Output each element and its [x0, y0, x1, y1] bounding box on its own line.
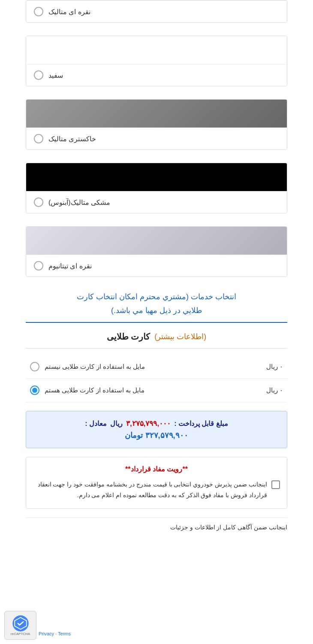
radio-no-gold[interactable] [30, 362, 39, 371]
terms-link[interactable]: Terms [58, 631, 71, 636]
payment-unit-rial: ریال [110, 419, 123, 428]
gold-option-no[interactable]: ۰ ریال مایل به استفاده از کارت طلایی نیس… [26, 355, 287, 379]
color-option-row: نقره ای متالیک [26, 0, 287, 22]
color-card-silver-titanium: نقره ای تیتانیوم [26, 226, 287, 277]
payment-summary: مبلغ قابل پرداخت : ۳,۲۷۵,۷۹۹,۰۰۰ ریال مع… [26, 411, 287, 448]
color-label-black-ebony: مشکی متالیک(آبنوس) [48, 198, 110, 207]
gold-card-header: (اطلاعات بیشتر) کارت طلایی [26, 331, 287, 349]
privacy-link[interactable]: Privacy [39, 631, 54, 636]
payment-toman-row: ۳۲۷,۵۷۹,۹۰۰ تومان [35, 431, 278, 440]
payment-amount-toman: ۳۲۷,۵۷۹,۹۰۰ [145, 431, 188, 440]
payment-unit-toman: تومان [125, 431, 143, 440]
contract-title: **رویت مفاد قرارداد** [33, 465, 280, 473]
color-option-row-white: سفید [26, 64, 287, 86]
color-option-row-silver-titanium: نقره ای تیتانیوم [26, 255, 287, 276]
gold-option-yes-price: ۰ ریال [266, 386, 283, 394]
payment-equiv-label: معادل : [85, 419, 107, 428]
gold-card-section: (اطلاعات بیشتر) کارت طلایی ۰ ریال مایل ب… [26, 331, 287, 402]
radio-silver-metallic[interactable] [34, 7, 43, 16]
services-title: انتخاب خدمات (مشتري محترم امکان انتخاب ک… [26, 290, 287, 318]
bottom-text: اینجانب ضمن آگاهی کامل از اطلاعات و جزئی… [26, 517, 287, 541]
gold-option-yes[interactable]: ۰ ریال مایل به استفاده از کارت طلایی هست… [26, 379, 287, 402]
contract-checkbox[interactable] [271, 480, 280, 489]
payment-row: مبلغ قابل پرداخت : ۳,۲۷۵,۷۹۹,۰۰۰ ریال مع… [35, 419, 278, 428]
gold-card-title: کارت طلایی [107, 331, 150, 342]
color-option-row-black-ebony: مشکی متالیک(آبنوس) [26, 191, 287, 213]
color-card-white: سفید [26, 36, 287, 86]
color-label-silver-titanium: نقره ای تیتانیوم [48, 262, 92, 270]
gold-option-no-price: ۰ ریال [266, 363, 283, 371]
radio-gray-metallic[interactable] [34, 134, 43, 143]
color-label-silver-metallic: نقره ای متالیک [48, 8, 90, 16]
gold-card-subtitle[interactable]: (اطلاعات بیشتر) [154, 332, 206, 341]
services-section: انتخاب خدمات (مشتري محترم امکان انتخاب ک… [26, 290, 287, 323]
color-option-row-gray-metallic: خاکستری متالیک [26, 128, 287, 149]
radio-white[interactable] [34, 70, 43, 80]
recaptcha-badge: reCAPTCHA [4, 611, 36, 640]
contract-text-row: اینجانب ضمن پذیرش خودروي انتخابی با قیمت… [33, 479, 280, 501]
contract-box: **رویت مفاد قرارداد** اینجانب ضمن پذیرش … [26, 457, 287, 509]
recaptcha-text: reCAPTCHA [11, 632, 30, 636]
privacy-terms-row: Privacy · Terms [39, 631, 71, 636]
contract-text: اینجانب ضمن پذیرش خودروي انتخابی با قیمت… [33, 479, 267, 501]
color-card-black-ebony: مشکی متالیک(آبنوس) [26, 163, 287, 213]
radio-silver-titanium[interactable] [34, 261, 43, 270]
recaptcha-icon [12, 615, 29, 632]
radio-yes-gold[interactable] [30, 386, 39, 395]
color-label-white: سفید [48, 71, 63, 79]
color-swatch-silver-titanium [26, 227, 287, 255]
payment-amount-rial: ۳,۲۷۵,۷۹۹,۰۰۰ [126, 419, 171, 428]
color-swatch-white [26, 36, 287, 64]
gold-option-yes-label: مایل به استفاده از کارت طلایی هستم [45, 386, 144, 394]
color-label-gray-metallic: خاکستری متالیک [48, 135, 96, 143]
color-swatch-black-ebony [26, 163, 287, 191]
privacy-separator: · [55, 631, 57, 636]
services-title-line2: طلايي در ذيل مهيا مي باشد.) [111, 306, 202, 315]
color-card-gray-metallic: خاکستری متالیک [26, 99, 287, 150]
color-swatch-gray-metallic [26, 100, 287, 128]
gold-option-no-label: مایل به استفاده از کارت طلایی نیستم [45, 363, 145, 371]
payment-label: مبلغ قابل پرداخت : [174, 419, 228, 428]
color-card-silver-metallic: نقره ای متالیک [26, 0, 287, 23]
radio-black-ebony[interactable] [34, 197, 43, 207]
services-title-line1: انتخاب خدمات (مشتري محترم امکان انتخاب ک… [77, 292, 236, 301]
